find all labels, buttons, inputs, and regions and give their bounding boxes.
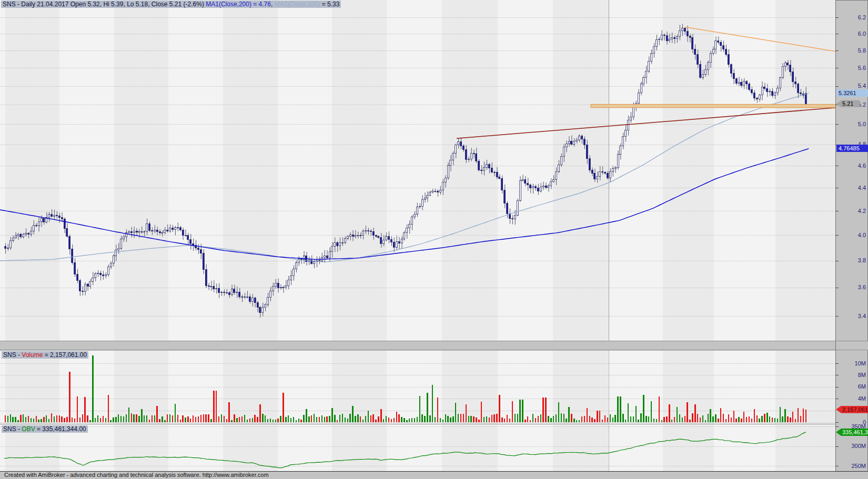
volume-axis-label: 8M	[840, 372, 866, 379]
title-segment: = 2,157,061.00	[43, 351, 87, 359]
price-axis-label: 6.0	[840, 30, 866, 37]
price-axis-label: 4.4	[840, 185, 866, 191]
axis-separator-line	[835, 0, 836, 471]
price-axis-label: 5.8	[840, 47, 866, 54]
amibroker-chart-window: SNS - Daily 21.04.2017 Open 5.32, Hi 5.3…	[0, 0, 868, 479]
price-axis-label: 6.2	[840, 14, 866, 21]
title-segment: MA2(Close,100)	[275, 1, 320, 8]
price-axis-label: 3.8	[840, 257, 866, 264]
price-pane[interactable]	[0, 0, 836, 341]
obv-axis-label-tick	[836, 446, 839, 447]
obv-axis-label: 300M	[840, 443, 866, 450]
price-axis-label-tick	[836, 166, 839, 166]
volume-axis-label-tick	[836, 399, 839, 399]
title-segment: MA1(Close,200) = 4.76	[206, 1, 271, 8]
volume-axis-label: 10M	[840, 360, 866, 367]
price-axis-label-tick	[836, 124, 839, 125]
title-segment: SNS -	[3, 351, 22, 359]
price-axis-label: 4.2	[840, 208, 866, 215]
title-segment: OBV	[22, 425, 35, 433]
price-axis-label-tick	[836, 68, 839, 68]
volume-value-marker: 2,157,061.00	[836, 406, 868, 413]
price-axis-label: 4.6	[840, 162, 866, 169]
date-axis[interactable]: FebMarAprMayJunJulAugSepOctNovDec2017Feb…	[0, 341, 868, 350]
price-axis-label-tick	[836, 235, 839, 236]
obv-axis-label-tick	[836, 466, 839, 466]
price-axis-label-tick	[836, 188, 839, 188]
obv-axis-label-tick	[836, 426, 839, 427]
price-axis-label-tick	[836, 86, 839, 87]
price-axis-label-tick	[836, 50, 839, 51]
pane-divider-highlight	[0, 424, 836, 425]
title-segment: ,	[271, 1, 275, 8]
volume-axis-label-tick	[836, 375, 839, 375]
price-axis-label-tick	[836, 288, 839, 288]
obv-pane[interactable]	[0, 425, 836, 471]
title-segment: SNS - Daily 21.04.2017 Open 5.32, Hi 5.3…	[3, 1, 206, 8]
volume-axis-label: 4M	[840, 395, 866, 402]
volume-axis-label-tick	[836, 387, 839, 388]
price-axis-label-tick	[836, 17, 839, 18]
price-axis-label-tick	[836, 34, 839, 34]
title-segment: = 335,461,344.00	[35, 425, 86, 433]
price-axis-label: 3.4	[840, 313, 866, 320]
price-axis-label: 5.0	[840, 121, 866, 128]
title-segment: = 5.33	[320, 1, 339, 8]
price-pane-title[interactable]: SNS - Daily 21.04.2017 Open 5.32, Hi 5.3…	[1, 1, 341, 8]
obv-pane-title[interactable]: SNS - OBV = 335,461,344.00	[2, 425, 88, 433]
ma100-value-marker: 5.3261	[836, 89, 868, 97]
price-axis-label-tick	[836, 211, 839, 211]
price-axis-label: 5.6	[840, 65, 866, 72]
volume-axis-label-tick	[836, 363, 839, 364]
price-axis-label-tick	[836, 261, 839, 261]
volume-pane[interactable]	[0, 351, 836, 424]
obv-axis-label: 250M	[840, 463, 866, 470]
price-axis-label: 4.0	[840, 232, 866, 239]
price-axis-label: 5.4	[840, 83, 866, 89]
ma200-value-marker: 4.76485	[836, 145, 868, 152]
obv-value-marker: 335,461,344.00	[836, 429, 868, 436]
volume-pane-title[interactable]: SNS - Volume = 2,157,061.00	[2, 351, 88, 359]
volume-axis-label: 6M	[840, 383, 866, 390]
title-segment: SNS -	[3, 425, 22, 433]
amibroker-footer: Created with AmiBroker - advanced charti…	[0, 471, 868, 479]
price-axis-label: 3.6	[840, 284, 866, 291]
price-axis-label-tick	[836, 316, 839, 317]
volume-axis-label-tick	[836, 422, 839, 423]
title-segment: Volume	[22, 351, 43, 359]
